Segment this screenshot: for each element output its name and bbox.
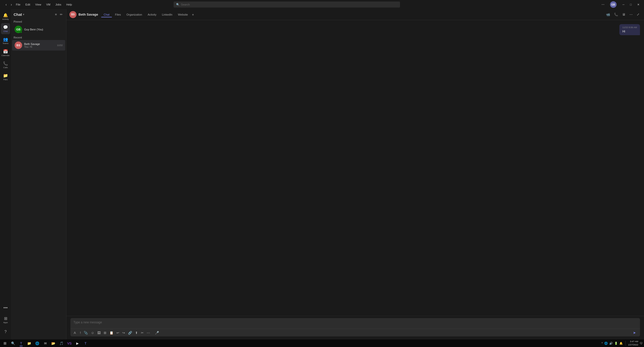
- apps-icon: ⊞: [4, 316, 7, 321]
- sidebar-item-apps[interactable]: ⊞ Apps: [1, 314, 10, 325]
- compose-input[interactable]: [70, 318, 640, 328]
- message-wrapper: 11/22 8:06 AM Hi ✓: [70, 24, 640, 36]
- send-button[interactable]: ➤: [631, 330, 638, 335]
- sidebar-item-teams[interactable]: 👥 Teams: [1, 35, 10, 46]
- search-icon: 🔍: [11, 341, 15, 345]
- taskbar-explorer[interactable]: 📁: [26, 340, 33, 346]
- search-bar[interactable]: 🔍 Search: [174, 2, 400, 8]
- taskbar-edge[interactable]: 🌐: [34, 340, 41, 346]
- contact-name: Beth Savage: [78, 13, 98, 16]
- minimize-button[interactable]: ─: [620, 3, 627, 7]
- sidebar-item-activity[interactable]: 🔔 Activity: [1, 11, 10, 22]
- sidebar-item-calls[interactable]: 📞 Calls: [1, 59, 10, 70]
- list-item[interactable]: GB Guy Benr (You): [12, 24, 65, 35]
- pinned-section-header[interactable]: Pinned: [11, 19, 66, 24]
- praise-button[interactable]: ↪: [121, 330, 126, 335]
- link-button[interactable]: 🔗: [127, 330, 133, 335]
- chat-info: Guy Benr (You): [24, 28, 63, 31]
- notification-icon[interactable]: 🔔: [619, 342, 623, 345]
- back-button[interactable]: ‹: [4, 2, 8, 7]
- taskbar-terminal[interactable]: ▶: [74, 340, 81, 346]
- start-button[interactable]: ⊞: [2, 340, 9, 346]
- recent-section-header[interactable]: Recent: [11, 35, 66, 40]
- sidebar-item-files[interactable]: 📁 Files: [1, 71, 10, 82]
- giphy-button[interactable]: 🖼: [96, 330, 102, 335]
- menu-file[interactable]: File: [15, 3, 21, 7]
- nav-bottom: ⊞ Apps ?: [1, 314, 10, 339]
- attach-button[interactable]: 📎: [83, 330, 89, 335]
- sidebar-item-chat[interactable]: 💬 Chat: [1, 23, 10, 34]
- message-text: Hi: [622, 30, 637, 33]
- format-button[interactable]: A: [72, 330, 77, 335]
- taskbar-mail[interactable]: ✉: [42, 340, 49, 346]
- sidebar-item-calendar[interactable]: 📅 Calendar: [1, 47, 10, 58]
- mail-icon: ✉: [44, 341, 47, 345]
- taskbar-vs[interactable]: VS: [66, 340, 73, 346]
- network-icon[interactable]: 🌐: [604, 342, 608, 345]
- more-button[interactable]: ⋯: [628, 12, 634, 17]
- sticker-button[interactable]: ⊞: [102, 330, 108, 335]
- windows-icon: ⊞: [4, 341, 7, 345]
- sidebar-nav: 🔔 Activity 💬 Chat 👥 Teams 📅 Calendar 📞 C…: [0, 9, 11, 339]
- edge-icon: 🌐: [35, 341, 39, 345]
- message-time: 11/22: [57, 44, 63, 47]
- audio-call-button[interactable]: 📞: [613, 12, 620, 17]
- list-item[interactable]: BS Beth Savage You: Hi 11/22: [12, 40, 65, 51]
- explorer-icon: 📁: [27, 341, 31, 345]
- screenshare-button[interactable]: 🖥: [621, 12, 627, 17]
- profile-area[interactable]: GB: [610, 1, 617, 8]
- taskbar-files2[interactable]: 📂: [50, 340, 57, 346]
- compose-button[interactable]: ✏: [59, 12, 64, 17]
- media-icon: 🎵: [59, 341, 63, 345]
- cut-button[interactable]: ✂: [140, 330, 145, 335]
- search-icon: 🔍: [176, 3, 180, 6]
- tab-linkedin[interactable]: LinkedIn: [159, 12, 175, 17]
- profile-avatar[interactable]: GB: [610, 1, 617, 8]
- menu-vm[interactable]: VM: [45, 3, 52, 7]
- schedule-button[interactable]: 📋: [108, 330, 115, 335]
- message-area[interactable]: 11/22 8:06 AM Hi ✓: [66, 20, 644, 316]
- calendar-icon: 📅: [3, 49, 8, 54]
- emoji-button[interactable]: ☺: [90, 330, 95, 335]
- tab-activity[interactable]: Activity: [145, 12, 159, 17]
- menu-edit[interactable]: Edit: [24, 3, 31, 7]
- volume-icon[interactable]: 🔊: [609, 342, 613, 345]
- taskbar-teams2[interactable]: T: [82, 340, 89, 346]
- systray-chevron[interactable]: ^: [601, 342, 603, 345]
- menu-view[interactable]: View: [34, 3, 42, 7]
- chat-title-chevron[interactable]: ▾: [23, 13, 24, 16]
- teams2-icon: T: [85, 341, 87, 345]
- share-button[interactable]: ⬆: [134, 330, 139, 335]
- filter-button[interactable]: ≡: [54, 12, 58, 17]
- sidebar-item-more[interactable]: •••: [1, 302, 10, 313]
- popout-button[interactable]: ⤢: [635, 12, 641, 17]
- clock-time: 3:47 AM: [628, 340, 638, 343]
- close-button[interactable]: ✕: [635, 3, 642, 7]
- urgent-button[interactable]: !: [79, 330, 82, 335]
- message-timestamp: 11/22 8:06 AM: [622, 26, 637, 29]
- taskbar-clock[interactable]: 3:47 AM 1/27/2022: [628, 340, 638, 346]
- menu-help[interactable]: Help: [65, 3, 73, 7]
- voice-button[interactable]: 🎤: [154, 330, 160, 335]
- taskbar-teams[interactable]: T: [18, 340, 25, 346]
- tab-organization[interactable]: Organization: [124, 12, 145, 17]
- more-tools-button[interactable]: ⋯: [145, 330, 151, 335]
- tab-chat[interactable]: Chat: [101, 12, 112, 17]
- add-tab-button[interactable]: +: [191, 12, 195, 17]
- tab-files[interactable]: Files: [112, 12, 123, 17]
- forward-button[interactable]: ›: [9, 2, 14, 7]
- message-preview: You: Hi: [24, 46, 55, 48]
- chat-list-panel: Chat ▾ ≡ ✏ Pinned GB Guy Benr (You) Rece…: [11, 9, 66, 339]
- video-call-button[interactable]: 📹: [605, 12, 612, 17]
- notification-center-button[interactable]: 🗨: [640, 342, 642, 345]
- battery-icon[interactable]: 🔋: [614, 342, 618, 345]
- taskbar-search[interactable]: 🔍: [10, 340, 17, 346]
- tab-website[interactable]: Website: [175, 12, 190, 17]
- loop-button[interactable]: ↩: [115, 330, 120, 335]
- sidebar-item-help[interactable]: ?: [1, 326, 10, 337]
- taskbar-media[interactable]: 🎵: [58, 340, 65, 346]
- menu-jobs[interactable]: Jobs: [54, 3, 62, 7]
- more-options-button[interactable]: ⋯: [599, 2, 607, 7]
- chat-list-header: Chat ▾ ≡ ✏: [11, 9, 66, 19]
- maximize-button[interactable]: □: [627, 3, 634, 7]
